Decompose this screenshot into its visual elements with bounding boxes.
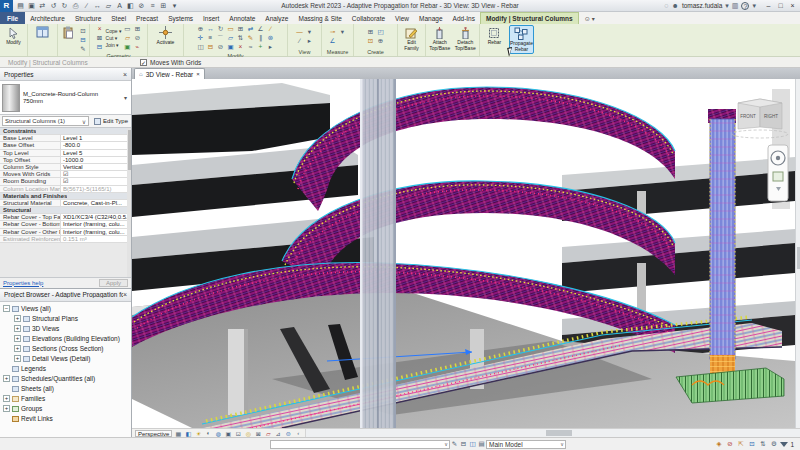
rendering-icon[interactable]: ◍ (214, 430, 222, 437)
navigation-bar[interactable] (768, 145, 788, 201)
editable-only-icon[interactable]: ◈ (714, 440, 723, 448)
tree-item-groups[interactable]: +Groups (0, 404, 131, 414)
user-menu-caret-icon[interactable]: ▾ (725, 2, 729, 10)
instance-filter-select[interactable]: Structural Columns (1) ∨ (2, 116, 89, 126)
help-menu-caret-icon[interactable]: ▾ (752, 2, 756, 10)
select-by-face-icon[interactable]: ⚙ (769, 440, 778, 448)
open-icon[interactable]: ▤ (16, 2, 25, 10)
detail-level-icon[interactable]: ▦ (174, 430, 182, 437)
constraints-display-icon[interactable]: ⊜ (284, 430, 292, 437)
qat-customize-icon[interactable]: ▾ (170, 2, 179, 10)
shadows-icon[interactable]: ◐ (204, 430, 212, 436)
edit-family-button[interactable]: Edit Family (400, 25, 423, 54)
revit-logo[interactable]: R (0, 0, 13, 12)
tree-item-revit-links[interactable]: Revit Links (0, 414, 131, 424)
param-value[interactable]: -1000.0 (60, 157, 131, 163)
filter-icon[interactable] (780, 442, 788, 447)
join-button[interactable]: Join ▾ (106, 42, 122, 48)
type-selector-caret-icon[interactable]: ▾ (124, 94, 129, 101)
tab-collaborate[interactable]: Collaborate (347, 12, 390, 24)
worksharing-display-icon[interactable]: ‹ (294, 430, 302, 436)
tree-item-views[interactable]: −Views (all) (0, 304, 131, 314)
apply-button[interactable]: Apply (99, 279, 128, 287)
section-materials[interactable]: Materials and Finishes (0, 193, 67, 199)
param-value[interactable]: Concrete, Cast-in-Pl... (60, 200, 131, 206)
save-icon[interactable]: ▣ (27, 2, 36, 10)
param-value[interactable]: Vertical (60, 164, 131, 170)
sync-icon[interactable]: ⇄ (38, 2, 47, 10)
cope-button[interactable]: Cope ▾ (106, 28, 122, 34)
modify-tools[interactable]: ⊕↔↻▭⊞⇄∠∕ ✛≡⌒▱⇅✎∥⊜ ◫⊟⊘▣×≈+▸ (197, 25, 275, 51)
design-option-select[interactable]: Main Model ∨ (486, 440, 566, 449)
tree-item-detail-views[interactable]: +Detail Views (Detail) (0, 354, 131, 364)
geometry-tools-left[interactable]: × ⊠ ⊟ (96, 25, 104, 51)
properties-close-icon[interactable]: × (123, 71, 127, 78)
view-tools[interactable]: —▾ ∕▸ (296, 28, 314, 45)
reveal-hidden-icon[interactable]: ◎ (244, 430, 252, 437)
param-value[interactable]: Interior (framing, colu... (60, 229, 131, 235)
ribbon-options-icon[interactable]: ⊙ (585, 15, 590, 22)
properties-help-link[interactable]: Properties help (3, 280, 43, 286)
horizontal-scrollbar[interactable] (305, 429, 800, 437)
temporary-view-properties-icon[interactable]: ▱ (264, 430, 272, 437)
press-drag-icon[interactable]: ⇱ (736, 440, 745, 448)
visual-style-icon[interactable]: ◧ (184, 430, 192, 437)
tab-add-ins[interactable]: Add-Ins (448, 12, 480, 24)
minimize-button[interactable]: – (763, 2, 774, 9)
tab-steel[interactable]: Steel (106, 12, 131, 24)
thin-lines-icon[interactable]: ≡ (148, 2, 157, 10)
select-links-icon[interactable]: ⊡ (747, 440, 756, 448)
redo-icon[interactable]: ↻ (60, 2, 69, 10)
aligned-dimension-icon[interactable]: ↔ (93, 2, 102, 10)
tab-structure[interactable]: Structure (70, 12, 106, 24)
tab-manage[interactable]: Manage (414, 12, 448, 24)
help-icon[interactable]: ? (741, 2, 749, 10)
project-browser-close-icon[interactable]: × (123, 291, 127, 298)
exclude-options-icon[interactable]: ⊘ (725, 440, 734, 448)
tree-item-families[interactable]: +Families (0, 394, 131, 404)
param-value[interactable]: Interior (framing, colu... (60, 221, 131, 227)
tree-item-structural-plans[interactable]: +Structural Plans (0, 314, 131, 324)
tab-annotate[interactable]: Annotate (224, 12, 260, 24)
paste-button[interactable] (60, 25, 77, 54)
tab-architecture[interactable]: Architecture (25, 12, 70, 24)
close-button[interactable]: × (787, 2, 798, 9)
signed-in-user[interactable]: tomasz.fudala (682, 2, 722, 9)
sun-path-icon[interactable]: ☀ (194, 430, 202, 437)
perspective-indicator[interactable]: Perspective (135, 430, 172, 437)
selected-column-rebar[interactable] (360, 79, 396, 428)
view-tab-close-icon[interactable]: × (196, 71, 200, 77)
tree-item-sheets[interactable]: Sheets (all) (0, 384, 131, 394)
param-checkbox[interactable]: ☑ (60, 171, 131, 177)
cut-button[interactable]: Cut ▾ (106, 35, 122, 41)
tree-item-legends[interactable]: Legends (0, 364, 131, 374)
param-value[interactable]: Level 5 (60, 150, 131, 156)
attach-top-base-button[interactable]: Attach Top/Base (428, 25, 452, 54)
rebar-button[interactable]: Rebar (482, 25, 507, 54)
app-store-icon[interactable]: ▥ (732, 2, 739, 10)
properties-scrollbar[interactable] (127, 128, 131, 277)
modify-button[interactable]: Modify (2, 25, 25, 54)
measure-tools[interactable]: ⊸▾ ∠ (329, 28, 347, 45)
worksets-icon[interactable]: ⊟ (459, 440, 468, 448)
design-options-icon[interactable]: ◫ (468, 440, 477, 448)
tree-item-elevations[interactable]: +Elevations (Building Elevation) (0, 334, 131, 344)
model-viewport[interactable]: FRONT RIGHT (132, 79, 795, 428)
tag-icon[interactable]: ▱ (104, 2, 113, 10)
temporary-hide-icon[interactable]: ⊠ (254, 430, 262, 437)
default-3d-view-icon[interactable]: ◧ (126, 2, 135, 10)
switch-windows-icon[interactable]: ⊞ (159, 2, 168, 10)
search-icon[interactable]: ◌ (664, 2, 668, 9)
param-checkbox[interactable]: ☑ (60, 178, 131, 184)
analytical-model-icon[interactable]: ⊿ (274, 430, 282, 437)
detach-top-base-button[interactable]: Detach Top/Base (454, 25, 478, 54)
param-value[interactable]: -800.0 (60, 142, 131, 148)
tab-file[interactable]: File (0, 12, 25, 24)
editing-requests-icon[interactable]: ✎ (450, 440, 459, 448)
measure-icon[interactable]: ∕ (82, 2, 91, 10)
undo-icon[interactable]: ↺ (49, 2, 58, 10)
activate-controls-button[interactable]: Activate (153, 25, 179, 54)
tab-view[interactable]: View (390, 12, 414, 24)
vertical-scrollbar[interactable] (795, 79, 800, 428)
moves-with-grids-checkbox[interactable]: ✓ (140, 59, 147, 66)
